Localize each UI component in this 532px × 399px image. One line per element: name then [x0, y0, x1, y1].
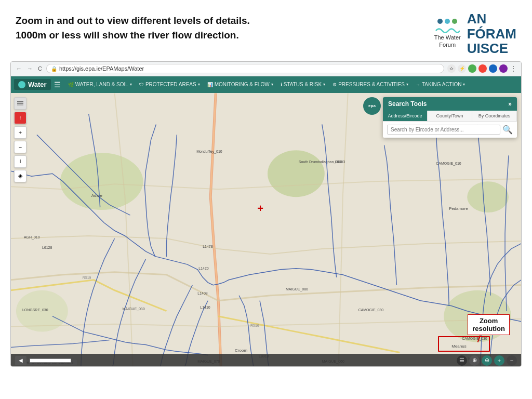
svg-text:R519: R519 [83, 276, 91, 280]
browser-chrome: ← → C 🔒 https://gis.epa.ie/EPAMaps/Water… [11, 62, 521, 76]
nav-circle-1[interactable]: ☰ [457, 355, 467, 366]
tab-county-town[interactable]: County/Town [428, 111, 472, 121]
more-menu-button[interactable]: ⋮ [510, 64, 517, 73]
zoom-label: Zoom resolution [468, 314, 510, 335]
svg-point-2 [268, 150, 325, 197]
svg-text:CAMOGIE_030: CAMOGIE_030 [358, 308, 384, 312]
instruction-line2: 1000m or less will show the river flow d… [16, 30, 239, 41]
nav-taking-action[interactable]: → TAKING ACTION ▾ [413, 79, 469, 89]
profile-blue-icon[interactable] [489, 64, 497, 73]
wave-icon [435, 25, 460, 33]
app-logo-icon [18, 81, 25, 88]
instruction-text: Zoom in and out to view different levels… [16, 9, 250, 42]
svg-point-5 [467, 181, 509, 212]
svg-rect-34 [17, 104, 23, 105]
search-panel: Search Tools » Address/Eircode County/To… [383, 97, 517, 138]
scale-inner [30, 358, 71, 363]
zoom-annotation-box [438, 336, 490, 352]
nav-pressures-activities[interactable]: ⚙ PRESSURES & ACTIVITIES ▾ [329, 79, 411, 89]
map-bottom-bar: ◀ ☰ ⊕ ⊕ + − [11, 354, 521, 367]
info-tool[interactable]: i [14, 155, 26, 168]
browser-window: ← → C 🔒 https://gis.epa.ie/EPAMaps/Water… [10, 61, 522, 367]
svg-text:Adare: Adare [91, 193, 103, 198]
search-panel-expand[interactable]: » [508, 100, 512, 108]
an-foram-uisce-logo: AN FÓRAM UISCE [467, 11, 516, 56]
tab-address-eircode[interactable]: Address/Eircode [383, 111, 428, 121]
hamburger-menu[interactable]: ☰ [54, 81, 61, 89]
svg-text:L6128: L6128 [42, 246, 52, 249]
svg-rect-33 [17, 103, 23, 104]
browser-icons: ☆ ⚡ ⋮ [447, 64, 517, 73]
svg-rect-32 [17, 101, 23, 102]
forward-button[interactable]: → [26, 65, 34, 72]
svg-text:L1410: L1410 [200, 305, 210, 309]
epa-badge: epa [363, 97, 381, 115]
logo-dot1 [437, 19, 443, 24]
svg-text:MAIGUE_030: MAIGUE_030 [123, 307, 145, 311]
profile-purple-icon[interactable] [499, 64, 508, 73]
layers-tool[interactable] [14, 97, 26, 110]
nav-circle-2[interactable]: ⊕ [469, 355, 480, 366]
header: Zoom in and out to view different levels… [0, 0, 532, 61]
notification-badge[interactable]: ! [14, 112, 26, 124]
svg-text:MAIGUE_080: MAIGUE_080 [286, 287, 308, 291]
svg-point-1 [60, 153, 143, 210]
logo-dot3 [452, 19, 457, 24]
svg-text:LONGSRE_030: LONGSRE_030 [22, 308, 48, 312]
url-bar[interactable]: 🔒 https://gis.epa.ie/EPAMaps/Water [46, 64, 444, 73]
instruction-line1: Zoom in and out to view different levels… [16, 15, 250, 26]
app-name: Water [28, 81, 47, 88]
search-panel-title: Search Tools [388, 100, 427, 108]
compass-tool[interactable]: ◈ [14, 170, 26, 182]
water-forum-text: The WaterForum [434, 34, 461, 49]
logo-dot2 [445, 19, 450, 24]
zoom-out-circle[interactable]: − [507, 355, 517, 366]
url-text: https://gis.epa.ie/EPAMaps/Water [59, 65, 144, 72]
nav-water-land-soil[interactable]: 🌿 WATER, LAND & SOIL ▾ [65, 79, 135, 89]
svg-text:L1478: L1478 [203, 245, 213, 248]
search-icon[interactable]: 🔍 [502, 125, 513, 135]
svg-text:L8003: L8003 [335, 160, 345, 164]
extension-icon[interactable]: ⚡ [458, 64, 466, 73]
profile-red-icon[interactable] [478, 64, 487, 73]
svg-text:CAMOGIE_010: CAMOGIE_010 [436, 162, 461, 166]
app-logo: Water [14, 79, 51, 90]
svg-text:Monduffley_010: Monduffley_010 [196, 150, 222, 154]
svg-text:AGH_010: AGH_010 [24, 235, 40, 240]
refresh-button[interactable]: C [37, 65, 43, 72]
logo-area: The WaterForum AN FÓRAM UISCE [434, 9, 516, 56]
nav-status-risk[interactable]: ℹ STATUS & RISK ▾ [277, 79, 329, 89]
map-left-tools: ! + − i ◈ [14, 97, 26, 182]
nav-monitoring-flow[interactable]: 📊 MONITORING & FLOW ▾ [204, 79, 276, 89]
zoom-out-tool[interactable]: − [14, 141, 26, 153]
nav-circle-buttons: ☰ ⊕ ⊕ + − [457, 355, 517, 366]
water-forum-logo: The WaterForum [434, 19, 461, 49]
map-area[interactable]: Adare South Drumballaghan_010 Fedamore C… [11, 93, 521, 367]
nav-protected-areas[interactable]: 🛡 PROTECTED AREAS ▾ [136, 79, 203, 89]
tab-by-coordinates[interactable]: By Coordinates [472, 111, 517, 121]
nav-circle-3[interactable]: ⊕ [482, 355, 492, 366]
svg-text:L1420: L1420 [198, 267, 209, 270]
svg-text:R516: R516 [250, 323, 259, 327]
bottom-back-btn[interactable]: ◀ [15, 356, 26, 365]
search-input-row: 🔍 [383, 122, 517, 138]
zoom-in-circle[interactable]: + [494, 355, 504, 366]
app-navbar: Water ☰ 🌿 WATER, LAND & SOIL ▾ 🛡 PROTECT… [11, 76, 521, 93]
svg-text:Croom: Croom [235, 348, 247, 352]
zoom-in-tool[interactable]: + [14, 126, 26, 139]
bookmark-icon[interactable]: ☆ [447, 64, 456, 73]
svg-text:Fedamore: Fedamore [449, 206, 468, 211]
search-input[interactable] [387, 125, 500, 135]
search-tabs: Address/Eircode County/Town By Coordinat… [383, 111, 517, 122]
back-button[interactable]: ← [15, 65, 23, 72]
profile-green-icon[interactable] [468, 64, 476, 73]
map-crosshair: + [257, 202, 263, 214]
scale-bar [30, 358, 454, 363]
svg-text:L1408: L1408 [197, 291, 208, 295]
search-panel-header: Search Tools » [383, 97, 517, 111]
